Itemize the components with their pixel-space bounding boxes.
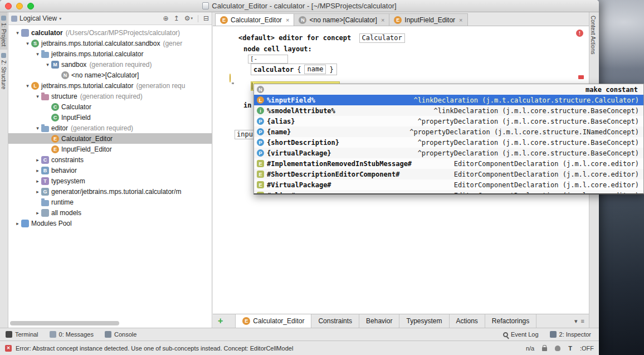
close-tab-icon[interactable]: × — [381, 17, 384, 23]
editor-tab-calculator-editor[interactable]: ECalculator_Editor× — [215, 13, 294, 26]
tree-item-inputfield-editor[interactable]: EInputField_Editor — [8, 144, 212, 154]
tree-item-modules-pool[interactable]: ▸Modules Pool — [8, 218, 212, 228]
tree-item-structure[interactable]: ▾structure(generation required) — [8, 91, 212, 101]
calculator-cell-row[interactable]: calculator { name } — [251, 64, 337, 75]
error-stripe-mark[interactable] — [578, 75, 584, 79]
tree-toggle-icon[interactable]: ▾ — [24, 41, 31, 46]
tree-toggle-icon[interactable]: ▸ — [14, 221, 21, 226]
gear-icon-glyph: ⚙ — [184, 14, 191, 22]
tree-toggle-icon[interactable]: ▾ — [24, 83, 31, 89]
completion-item-inputfield[interactable]: L%inputField%^linkDeclaration (j.m.t.cal… — [254, 95, 643, 105]
tree-toggle-icon[interactable]: ▸ — [34, 189, 41, 194]
tree-item-constraints[interactable]: ▸Cconstraints — [8, 154, 212, 165]
editor-tab-inputfield-editor[interactable]: EInputField_Editor× — [389, 13, 467, 26]
editor-tabbar: ECalculator_Editor×N<no name>[Calculator… — [213, 12, 589, 26]
tree-toggle-icon[interactable]: ▸ — [34, 157, 41, 163]
menu-icon[interactable]: ≡ — [581, 318, 584, 324]
aspect-tab-constraints[interactable]: Constraints — [311, 314, 359, 328]
aspect-bar-icons: ▾≡ — [574, 318, 584, 325]
highlighting-level-icon[interactable] — [555, 346, 560, 351]
tree-toggle-icon[interactable]: ▾ — [34, 94, 41, 99]
tree-item-editor[interactable]: ▾editor(generation required) — [8, 123, 212, 133]
toolwindow-button-terminal[interactable]: Terminal — [6, 331, 38, 338]
behavior-aspect-icon: B — [41, 167, 49, 174]
caret-position-indicator[interactable]: n/a — [526, 345, 534, 352]
toolwindow-button-event-log[interactable]: Event Log — [503, 331, 539, 338]
tree-toggle-icon[interactable]: ▸ — [34, 168, 41, 173]
model-icon: M — [51, 61, 59, 69]
aspect-tab-refactorings[interactable]: Refactorings — [485, 314, 536, 328]
calculator-keyword-cell[interactable]: calculator — [253, 66, 294, 74]
tree-item-runtime[interactable]: runtime — [8, 197, 212, 207]
completion-item-shortdescriptioneditorcomponent[interactable]: E#ShortDescriptionEditorComponent#Editor… — [254, 169, 643, 179]
dock-tab-1-project[interactable]: 1: Project — [0, 12, 7, 50]
terminal-icon — [6, 331, 12, 338]
intention-bulb-icon[interactable] — [230, 74, 231, 82]
concept-ref-cell[interactable]: Calculator — [359, 33, 405, 43]
completion-item-alias[interactable]: P{alias}^propertyDeclaration (j.m.l.core… — [254, 116, 643, 127]
completion-item-virtualpackage[interactable]: P{virtualPackage}^propertyDeclaration (j… — [254, 148, 643, 158]
dock-tab-context-actions[interactable]: Context Actions — [589, 12, 597, 57]
toolwindow-button-2-inspector[interactable]: 2: Inspector — [550, 331, 591, 338]
tree-item-no-name-calculator[interactable]: N<no name>[Calculator] — [8, 70, 212, 80]
toolwindow-button-0-messages[interactable]: 0: Messages — [50, 331, 94, 338]
tree-toggle-icon[interactable]: ▾ — [34, 51, 41, 57]
tree-toggle-icon[interactable]: ▾ — [14, 30, 21, 36]
completion-action-hint: make constant — [586, 86, 638, 94]
tree-item-calculator[interactable]: CCalculator — [8, 101, 212, 112]
collapse-cell[interactable]: [- — [248, 55, 288, 64]
titlebar[interactable]: Calculator_Editor - calculator - [~/MPSP… — [0, 0, 599, 12]
scroll-from-source-icon[interactable]: ⊕ — [163, 14, 169, 22]
tree-item-jetbrains-mps-tutorial-calculator-sandbox[interactable]: ▾Sjetbrains.mps.tutorial.calculator.sand… — [8, 38, 212, 48]
tree-item-calculator-editor[interactable]: ECalculator_Editor — [8, 133, 212, 144]
tree-toggle-icon[interactable]: ▾ — [44, 62, 51, 67]
dock-tab-label: Z: Structure — [1, 60, 7, 89]
tree-item-suffix: (gener — [163, 40, 182, 47]
gear-icon[interactable]: ⚙▾ — [184, 14, 193, 22]
completion-item-virtualpackage[interactable]: E#VirtualPackage#EditorComponentDeclarat… — [254, 179, 643, 190]
aspect-tab-label: Typesystem — [406, 317, 442, 325]
tree-item-jetbrains-mps-tutorial-calculator[interactable]: ▾Ljetbrains.mps.tutorial.calculator(gene… — [8, 80, 212, 91]
completion-item-name[interactable]: P{name}^propertyDeclaration (j.m.l.core.… — [254, 127, 643, 137]
tree-toggle-icon[interactable]: ▸ — [34, 178, 41, 184]
editor-tab-no-name-calculator[interactable]: N<no name>[Calculator]× — [294, 13, 389, 26]
tree-toggle-icon[interactable]: ▸ — [34, 210, 41, 216]
hide-panel-icon[interactable]: ⊟ — [203, 14, 209, 22]
tree-toggle-icon[interactable]: ▾ — [34, 125, 41, 131]
name-property-cell[interactable]: name — [304, 65, 326, 74]
dock-tab-z-structure[interactable]: Z: Structure — [0, 50, 7, 93]
view-selector[interactable]: Logical View ▾ — [11, 14, 61, 22]
tree-item-inputfield[interactable]: CInputField — [8, 112, 212, 123]
tree-item-behavior[interactable]: ▸Bbehavior — [8, 165, 212, 176]
tree-item-calculator[interactable]: ▾calculator(/Users/Oscar/MPSProjects/cal… — [8, 27, 212, 38]
completion-item-alias[interactable]: E#alias#EditorComponentDeclaration (j.m.… — [254, 190, 643, 194]
toolwindow-button-label: Terminal — [15, 331, 38, 338]
completion-item-implementationremovedinstubmessage[interactable]: E#ImplementationRemovedInStubMessage#Edi… — [254, 158, 643, 169]
completion-item-smodelattribute[interactable]: i%smodelAttribute%^linkDeclaration (j.m.… — [254, 105, 643, 116]
toolwindow-button-console[interactable]: Console — [105, 331, 136, 338]
add-button[interactable]: + — [218, 317, 223, 325]
typing-indicator[interactable]: T — [568, 345, 572, 352]
tree-item-label: generator/jetbrains.mps.tutorial.calcula… — [51, 188, 181, 196]
close-tab-icon[interactable]: × — [286, 17, 289, 23]
tree-item-typesystem[interactable]: ▸Ttypesystem — [8, 176, 212, 186]
lock-icon[interactable] — [542, 347, 547, 351]
chevron-down-icon[interactable]: ▾ — [574, 318, 578, 325]
aspect-tab-typesystem[interactable]: Typesystem — [399, 314, 449, 328]
tree-item-generator-jetbrains-mps-tutorial-calculator-m[interactable]: ▸Ggenerator/jetbrains.mps.tutorial.calcu… — [8, 186, 212, 197]
aspect-tab-label: Refactorings — [492, 317, 529, 325]
close-tab-icon[interactable]: × — [459, 17, 462, 23]
error-indicator-icon[interactable]: ! — [576, 30, 583, 37]
tree-item-jetbrains-mps-tutorial-calculator[interactable]: ▾jetbrains.mps.tutorial.calculator — [8, 48, 212, 59]
completion-item-shortdescription[interactable]: P{shortDescription}^propertyDeclaration … — [254, 137, 643, 148]
messages-icon — [50, 331, 56, 338]
tree-item-label: InputField_Editor — [61, 145, 112, 153]
aspect-tab-actions[interactable]: Actions — [450, 314, 485, 328]
project-horizontal-scrollbar[interactable] — [10, 321, 119, 325]
aspect-tab-calculator-editor[interactable]: ECalculator_Editor — [235, 314, 311, 328]
tree-item-sandbox[interactable]: ▾Msandbox(generation required) — [8, 59, 212, 70]
aspect-tab-behavior[interactable]: Behavior — [359, 314, 399, 328]
tree-item-all-models[interactable]: ▸all models — [8, 207, 212, 218]
collapse-all-icon[interactable]: ↥ — [174, 14, 179, 22]
input-cell-fragment[interactable]: inpu — [235, 130, 254, 139]
